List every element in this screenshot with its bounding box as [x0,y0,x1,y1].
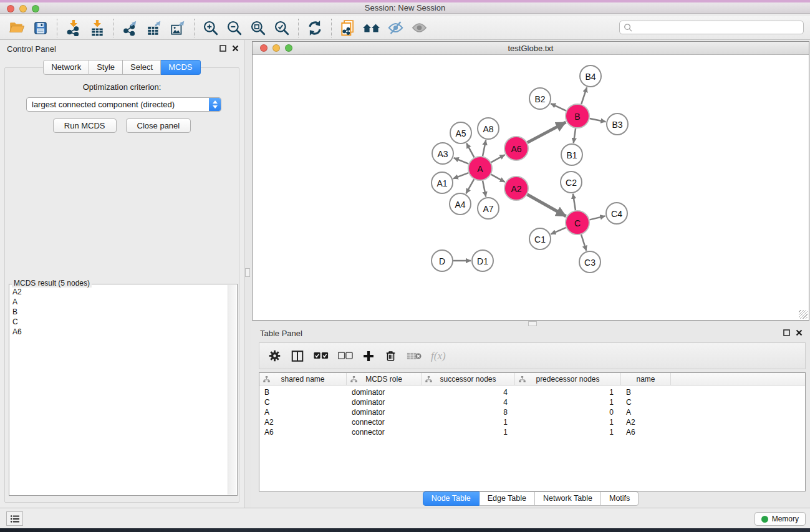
task-history-button[interactable] [6,511,23,526]
graph-node-A2[interactable]: A2 [504,177,528,200]
export-table-button[interactable] [142,17,166,39]
tab-select[interactable]: Select [123,60,161,75]
cell[interactable]: 1 [422,427,515,437]
table-row[interactable]: Adominator80A [259,407,805,417]
cell[interactable]: 1 [422,417,515,427]
show-all-button[interactable] [407,17,431,39]
run-mcds-button[interactable]: Run MCDS [53,118,117,133]
cell[interactable]: C [259,397,347,407]
graph-node-A5[interactable]: A5 [450,122,471,143]
graph-node-A7[interactable]: A7 [478,198,499,219]
tab-style[interactable]: Style [89,60,123,75]
delete-column-button[interactable] [384,349,397,362]
table-row[interactable]: A2connector11A2 [259,417,805,427]
divider-handle[interactable] [245,268,250,277]
graph-edge-A-A5[interactable] [466,143,474,158]
cell[interactable]: 1 [515,387,621,397]
zoom-out-button[interactable] [223,17,246,39]
function-builder-button[interactable]: f(x) [431,350,446,362]
graph-edge-A-A8[interactable] [483,140,486,157]
new-network-from-selection-button[interactable] [336,17,360,39]
float-panel-icon[interactable] [219,45,226,52]
column-header-successor-nodes[interactable]: successor nodes [422,373,515,385]
graph-edge-A-A1[interactable] [453,173,469,178]
cell[interactable]: 1 [515,397,621,407]
graph-node-B4[interactable]: B4 [580,65,601,87]
add-column-button[interactable] [362,350,375,362]
column-header-mcds-role[interactable]: MCDS role [347,373,422,385]
window-titlebar[interactable]: Session: New Session [0,0,810,14]
search-input[interactable] [633,22,803,33]
cell[interactable]: A6 [621,427,671,437]
resize-grip-icon[interactable] [799,310,808,319]
unselect-all-button[interactable] [338,352,353,360]
graph-node-A4[interactable]: A4 [450,193,471,215]
cell[interactable]: A2 [259,417,347,427]
graph-edge-A2-C[interactable] [527,195,566,216]
graph-edge-A-A6[interactable] [491,155,505,162]
result-item[interactable]: A6 [12,327,226,337]
vertical-split-divider[interactable] [244,40,251,508]
graph-edge-C-C3[interactable] [581,235,586,251]
graph-node-C1[interactable]: C1 [529,228,551,249]
search-field[interactable] [619,21,804,34]
cell[interactable]: dominator [347,397,422,407]
hide-selected-button[interactable] [383,17,407,39]
graph-edge-B-B4[interactable] [581,87,587,104]
result-item[interactable]: C [12,317,226,327]
graph-node-C[interactable]: C [566,211,589,235]
graph-edge-A-A3[interactable] [454,158,469,164]
graph-node-A6[interactable]: A6 [504,137,528,160]
apply-layout-button[interactable] [303,17,327,39]
select-stepper[interactable] [209,98,221,111]
cell[interactable]: C [621,397,671,407]
tab-network[interactable]: Network [43,60,89,75]
cell[interactable]: B [621,387,671,397]
graph-node-B[interactable]: B [566,104,589,128]
network-window-titlebar[interactable]: testGlobe.txt [253,42,809,55]
result-scrollbar[interactable] [228,285,236,495]
result-item[interactable]: B [12,307,226,317]
import-network-button[interactable] [62,17,85,39]
graph-node-D1[interactable]: D1 [472,250,493,271]
close-panel-icon[interactable] [232,45,239,52]
graph-edge-A6-B[interactable] [528,122,566,143]
network-canvas[interactable]: AA1A2A3A4A5A6A7A8BB1B2B3B4CC1C2C3C4DD1 [253,55,808,319]
cell[interactable]: 4 [422,387,515,397]
graph-edge-B-B1[interactable] [574,128,576,143]
result-item[interactable]: A [12,297,226,307]
column-header-name[interactable]: name [621,373,671,385]
open-session-button[interactable] [5,17,29,39]
memory-button[interactable]: Memory [755,512,806,526]
column-layout-button[interactable] [291,349,304,363]
tab-edge-table[interactable]: Edge Table [480,491,535,506]
result-item[interactable]: A2 [12,287,226,297]
cell[interactable]: connector [347,417,422,427]
close-panel-icon[interactable] [796,329,803,336]
table-row[interactable]: Bdominator41B [259,387,805,397]
tab-mcds[interactable]: MCDS [161,60,200,75]
cell[interactable]: dominator [347,407,422,417]
import-table-button[interactable] [85,17,109,39]
graph-node-B3[interactable]: B3 [607,114,628,135]
export-image-button[interactable] [166,17,190,39]
graph-node-D[interactable]: D [432,250,453,271]
graph-edge-A-A2[interactable] [491,175,505,182]
graph-node-C3[interactable]: C3 [579,251,600,273]
graph-node-C2[interactable]: C2 [561,172,582,193]
cell[interactable]: A [259,407,347,417]
save-session-button[interactable] [29,17,52,39]
mcds-result-list[interactable]: A2ABCA6 [11,287,226,494]
delete-table-button[interactable] [407,351,422,361]
table-row[interactable]: Cdominator41C [259,397,805,407]
graph-node-A3[interactable]: A3 [432,143,453,164]
cell[interactable]: 8 [422,407,515,417]
table-row[interactable]: A6connector11A6 [259,427,805,437]
graph-edge-B-B2[interactable] [551,104,566,111]
control-panel-header[interactable]: Control Panel [0,40,244,57]
graph-node-B2[interactable]: B2 [529,88,551,109]
cell[interactable]: 4 [422,397,515,407]
graph-node-A[interactable]: A [468,157,492,180]
cell[interactable]: 1 [515,427,621,437]
select-all-button[interactable] [314,352,329,360]
